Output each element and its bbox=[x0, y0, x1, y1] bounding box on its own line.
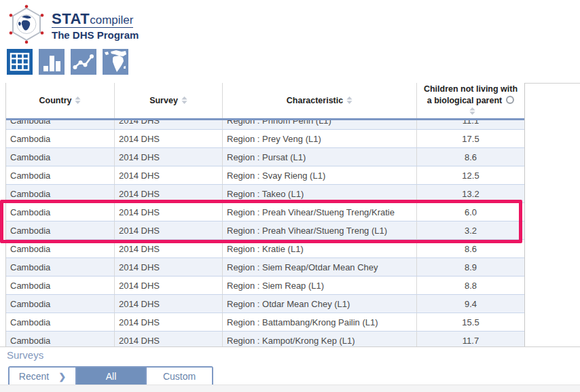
country-cell: Cambodia bbox=[6, 148, 115, 166]
value-cell: 17.5 bbox=[417, 130, 524, 147]
survey-cell: 2014 DHS bbox=[115, 166, 223, 184]
brand-text: STATcompiler The DHS Program bbox=[52, 12, 139, 40]
survey-cell: 2014 DHS bbox=[115, 130, 223, 147]
characteristic-cell: Region : Takeo (L1) bbox=[223, 185, 417, 202]
value-cell: 6.0 bbox=[417, 203, 524, 221]
value-cell: 12.5 bbox=[417, 166, 524, 184]
statcompiler-logo[interactable]: STATcompiler The DHS Program bbox=[7, 4, 139, 48]
survey-cell: 2014 DHS bbox=[115, 221, 223, 239]
surveys-tab-bar: Recent❯AllCustom bbox=[8, 366, 213, 387]
column-header-characteristic[interactable]: Characteristic bbox=[223, 83, 417, 118]
table-row: Cambodia2014 DHSRegion : Preah Vihear/St… bbox=[6, 221, 524, 240]
brand-stat: STAT bbox=[52, 10, 90, 27]
value-cell: 8.8 bbox=[417, 277, 524, 294]
column-header-label: Country bbox=[39, 96, 72, 105]
country-cell: Cambodia bbox=[6, 313, 115, 331]
info-icon[interactable] bbox=[506, 96, 514, 104]
survey-cell: 2014 DHS bbox=[115, 332, 223, 346]
table-row: Cambodia2014 DHSRegion : Preah Vihear/St… bbox=[6, 203, 524, 221]
table-body-viewport[interactable]: Cambodia2014 DHSRegion : Phnom Penh (L1)… bbox=[6, 120, 524, 346]
column-header-country[interactable]: Country bbox=[6, 83, 115, 118]
chevron-right-icon: ❯ bbox=[58, 372, 66, 382]
survey-cell: 2014 DHS bbox=[115, 203, 223, 221]
column-header-children[interactable]: Children not living with a biological pa… bbox=[417, 83, 524, 118]
survey-cell: 2014 DHS bbox=[115, 148, 223, 166]
value-cell: 15.5 bbox=[417, 313, 524, 331]
survey-cell: 2014 DHS bbox=[115, 258, 223, 276]
country-cell: Cambodia bbox=[6, 295, 115, 313]
table-row: Cambodia2014 DHSRegion : Prey Veng (L1)1… bbox=[6, 130, 524, 148]
country-cell: Cambodia bbox=[6, 221, 115, 239]
country-cell: Cambodia bbox=[6, 120, 115, 129]
value-cell: 3.2 bbox=[417, 221, 524, 239]
value-cell: 13.2 bbox=[417, 185, 524, 202]
survey-cell: 2014 DHS bbox=[115, 313, 223, 331]
table-header-row: CountrySurveyCharacteristicChildren not … bbox=[6, 83, 524, 120]
survey-cell: 2014 DHS bbox=[115, 185, 223, 202]
bar-chart-view-icon[interactable] bbox=[39, 49, 65, 75]
characteristic-cell: Region : Preah Vihear/Stueng Treng/Krati… bbox=[223, 203, 417, 221]
table-row: Cambodia2014 DHSRegion : Siem Reap/Otdar… bbox=[6, 258, 524, 277]
value-cell: 8.6 bbox=[417, 240, 524, 257]
surveys-label: Surveys bbox=[7, 349, 43, 361]
table-row: Cambodia2014 DHSRegion : Siem Reap (L1)8… bbox=[6, 277, 524, 295]
surveys-tab-label: Recent bbox=[19, 371, 49, 382]
survey-cell: 2014 DHS bbox=[115, 277, 223, 294]
horizontal-scrollbar[interactable] bbox=[0, 385, 580, 392]
line-chart-view-icon[interactable] bbox=[71, 49, 96, 75]
country-cell: Cambodia bbox=[6, 203, 115, 221]
value-cell: 11.1 bbox=[417, 120, 524, 129]
table-body: Cambodia2014 DHSRegion : Phnom Penh (L1)… bbox=[6, 120, 524, 346]
column-header-label: Children not living with a biological pa… bbox=[424, 84, 518, 105]
sort-icon bbox=[466, 107, 475, 116]
table-row: Cambodia2014 DHSRegion : Phnom Penh (L1)… bbox=[6, 120, 524, 130]
value-cell: 8.9 bbox=[417, 258, 524, 276]
country-cell: Cambodia bbox=[6, 332, 115, 346]
table-view-icon[interactable] bbox=[7, 49, 33, 75]
characteristic-cell: Region : Preah Vihear/Stueng Treng (L1) bbox=[223, 221, 417, 239]
characteristic-cell: Region : Kratie (L1) bbox=[223, 240, 417, 257]
sort-icon bbox=[178, 96, 187, 105]
sort-icon bbox=[343, 96, 352, 105]
characteristic-cell: Region : Svay Rieng (L1) bbox=[223, 166, 417, 184]
surveys-tab-custom[interactable]: Custom bbox=[145, 368, 212, 385]
characteristic-cell: Region : Pursat (L1) bbox=[223, 148, 417, 166]
table-row: Cambodia2014 DHSRegion : Otdar Mean Chey… bbox=[6, 295, 524, 313]
dhs-globe-hexagon-icon bbox=[7, 4, 46, 48]
characteristic-cell: Region : Prey Veng (L1) bbox=[223, 130, 417, 147]
characteristic-cell: Region : Siem Reap (L1) bbox=[223, 277, 417, 294]
table-row: Cambodia2014 DHSRegion : Battambang/Kron… bbox=[6, 313, 524, 332]
surveys-tab-label: All bbox=[106, 371, 117, 382]
country-cell: Cambodia bbox=[6, 258, 115, 276]
survey-cell: 2014 DHS bbox=[115, 295, 223, 313]
sort-icon bbox=[71, 96, 81, 105]
survey-cell: 2014 DHS bbox=[115, 240, 223, 257]
country-cell: Cambodia bbox=[6, 185, 115, 202]
table-row: Cambodia2014 DHSRegion : Kratie (L1)8.6 bbox=[6, 240, 524, 258]
survey-cell: 2014 DHS bbox=[115, 120, 223, 129]
surveys-tab-label: Custom bbox=[163, 371, 196, 382]
brand-compiler: compiler bbox=[90, 14, 133, 26]
characteristic-cell: Region : Phnom Penh (L1) bbox=[223, 120, 417, 129]
value-cell: 9.4 bbox=[417, 295, 524, 313]
characteristic-cell: Region : Kampot/Krong Kep (L1) bbox=[223, 332, 417, 346]
characteristic-cell: Region : Siem Reap/Otdar Mean Chey bbox=[223, 258, 417, 276]
table-row: Cambodia2014 DHSRegion : Takeo (L1)13.2 bbox=[6, 185, 524, 203]
country-cell: Cambodia bbox=[6, 240, 115, 257]
surveys-tab-all[interactable]: All bbox=[77, 368, 145, 385]
surveys-tab-recent[interactable]: Recent❯ bbox=[10, 368, 77, 385]
column-header-label: Characteristic bbox=[287, 96, 343, 105]
brand-program: The DHS Program bbox=[52, 30, 139, 40]
characteristic-cell: Region : Otdar Mean Chey (L1) bbox=[223, 295, 417, 313]
table-row: Cambodia2014 DHSRegion : Pursat (L1)8.6 bbox=[6, 148, 524, 166]
country-cell: Cambodia bbox=[6, 166, 115, 184]
country-cell: Cambodia bbox=[6, 277, 115, 294]
column-header-label: Survey bbox=[149, 96, 178, 105]
map-view-icon[interactable] bbox=[103, 49, 128, 75]
characteristic-cell: Region : Battambang/Krong Pailin (L1) bbox=[223, 313, 417, 331]
column-header-survey[interactable]: Survey bbox=[115, 83, 223, 118]
value-cell: 8.6 bbox=[417, 148, 524, 166]
view-toolbar bbox=[7, 49, 128, 75]
country-cell: Cambodia bbox=[6, 130, 115, 147]
value-cell: 11.7 bbox=[417, 332, 524, 346]
